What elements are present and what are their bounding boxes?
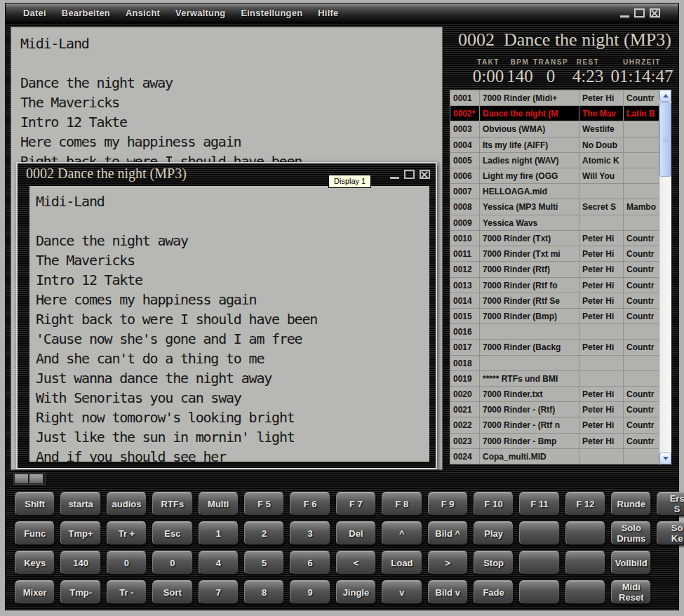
key-3[interactable]: 3 xyxy=(290,521,330,545)
table-row[interactable]: 00117000 Rinder (Txt miPeter HiCountr xyxy=(450,246,659,262)
display1-window[interactable]: 0002 Dance the night (MP3) Midi-Land Dan… xyxy=(16,162,437,469)
key-6[interactable]: 6 xyxy=(290,551,330,575)
key-play[interactable]: Play xyxy=(474,521,514,545)
menu-item-einstellungen[interactable]: Einstellungen xyxy=(233,8,310,18)
key-so-ke[interactable]: So Ke xyxy=(657,521,684,545)
key-stop[interactable]: Stop xyxy=(474,551,514,575)
scroll-up-button[interactable] xyxy=(659,90,671,102)
key-sort[interactable]: Sort xyxy=(152,580,192,604)
table-row[interactable]: 0024Copa_multi.MID xyxy=(450,449,659,464)
key-keys[interactable]: Keys xyxy=(15,551,55,575)
key-blank[interactable] xyxy=(565,580,605,604)
key-bild[interactable]: Bild ^ xyxy=(428,521,468,545)
table-row[interactable]: 00157000 Rinder (Bmp)Peter HiCountr xyxy=(450,309,659,324)
key-blank[interactable] xyxy=(519,580,559,604)
key-blank[interactable] xyxy=(519,521,559,545)
table-row[interactable]: 0018 xyxy=(450,356,659,371)
table-row[interactable]: 0003Obvious (WMA)Westlife xyxy=(450,121,659,137)
key-0[interactable]: 0 xyxy=(107,551,147,575)
key-f-11[interactable]: F 11 xyxy=(519,492,559,516)
key-blank[interactable]: ^ xyxy=(382,521,422,545)
table-row[interactable]: 0019***** RTFs und BMI xyxy=(450,371,659,387)
menu-item-ansicht[interactable]: Ansicht xyxy=(118,8,168,18)
key-tmp[interactable]: Tmp+ xyxy=(60,521,100,545)
key-5[interactable]: 5 xyxy=(244,551,284,575)
maximize-icon[interactable] xyxy=(404,170,415,179)
table-row[interactable]: 0006Light my fire (OGGWill You xyxy=(450,168,659,184)
key-vollbild[interactable]: Vollbild xyxy=(611,551,651,575)
key-f-10[interactable]: F 10 xyxy=(474,492,514,516)
key-blank[interactable]: < xyxy=(336,551,376,575)
table-row[interactable]: 00107000 Rinder (Txt)Peter HiCountr xyxy=(450,231,659,246)
key-mixer[interactable]: Mixer xyxy=(15,580,55,604)
key-0[interactable]: 0 xyxy=(152,551,192,575)
menu-item-bearbeiten[interactable]: Bearbeiten xyxy=(54,8,118,18)
key-f-5[interactable]: F 5 xyxy=(244,492,284,516)
table-row[interactable]: 0016 xyxy=(450,324,659,340)
key-del[interactable]: Del xyxy=(336,521,376,545)
table-row[interactable]: 0002*Dance the night (MThe MavLatin B xyxy=(450,106,659,121)
horizontal-scrollbar-thumb[interactable] xyxy=(29,474,43,483)
key-f-9[interactable]: F 9 xyxy=(428,492,468,516)
key-f-7[interactable]: F 7 xyxy=(336,492,376,516)
key-9[interactable]: 9 xyxy=(290,580,330,604)
key-4[interactable]: 4 xyxy=(199,551,239,575)
menu-item-datei[interactable]: Datei xyxy=(15,8,54,18)
key-blank[interactable]: > xyxy=(428,551,468,575)
key-blank[interactable] xyxy=(565,551,605,575)
close-icon[interactable] xyxy=(420,170,430,179)
table-row[interactable]: 00177000 Rinder (BackgPeter HiCountr xyxy=(450,340,659,355)
songlist-vertical-scrollbar[interactable] xyxy=(659,90,671,464)
table-row[interactable]: 00217000 Rinder - (Rtf)Peter HiCountr xyxy=(450,402,659,417)
key-140[interactable]: 140 xyxy=(60,551,100,575)
maximize-icon[interactable] xyxy=(634,8,645,18)
key-bild-v[interactable]: Bild v xyxy=(428,580,468,604)
key-multi[interactable]: Multi xyxy=(199,492,239,516)
close-icon[interactable] xyxy=(650,8,660,18)
key-8[interactable]: 8 xyxy=(244,580,284,604)
key-fade[interactable]: Fade xyxy=(474,580,514,604)
key-tr[interactable]: Tr - xyxy=(107,580,147,604)
table-row[interactable]: 00127000 Rinder (Rtf)Peter HiCountr xyxy=(450,262,659,277)
key-f-12[interactable]: F 12 xyxy=(565,492,605,516)
key-7[interactable]: 7 xyxy=(199,580,239,604)
key-func[interactable]: Func xyxy=(15,521,55,545)
table-row[interactable]: 0004Its my life (AIFF)No Doub xyxy=(450,138,659,153)
key-esc[interactable]: Esc xyxy=(152,521,192,545)
table-row[interactable]: 0008Yessica (MP3 MultiSecret SMambo xyxy=(450,199,659,215)
scrollbar-thumb[interactable] xyxy=(659,102,671,177)
key-v[interactable]: v xyxy=(382,580,422,604)
table-row[interactable]: 00147000 Rinder (Rtf SePeter HiCountr xyxy=(450,293,659,309)
table-row[interactable]: 00137000 Rinder (Rtf foPeter HiCountr xyxy=(450,278,659,293)
table-row[interactable]: 0009Yessica Wavs xyxy=(450,215,659,231)
key-shift[interactable]: Shift xyxy=(15,492,55,516)
key-midi-reset[interactable]: Midi Reset xyxy=(611,580,651,604)
table-row[interactable]: 0005Ladies night (WAV)Atomic K xyxy=(450,153,659,168)
key-1[interactable]: 1 xyxy=(199,521,239,545)
horizontal-scrollbar-thumb[interactable] xyxy=(15,474,28,483)
key-tr[interactable]: Tr + xyxy=(107,521,147,545)
horizontal-scrollbar[interactable] xyxy=(13,473,46,485)
key-2[interactable]: 2 xyxy=(244,521,284,545)
table-row[interactable]: 00017000 Rinder (Midi+Peter HiCountr xyxy=(450,91,659,106)
key-audios[interactable]: audios xyxy=(107,492,147,516)
key-jingle[interactable]: Jingle xyxy=(336,580,376,604)
key-runde[interactable]: Runde xyxy=(611,492,651,516)
menu-item-hilfe[interactable]: Hilfe xyxy=(310,8,346,18)
table-row[interactable]: 0007HELLOAGA.mid xyxy=(450,184,659,199)
table-row[interactable]: 00227000 Rinder - (Rtf nPeter HiCountr xyxy=(450,417,659,433)
minimize-icon[interactable] xyxy=(620,11,629,18)
table-row[interactable]: 00237000 Rinder - BmpPeter HiCountr xyxy=(450,434,659,449)
key-f-8[interactable]: F 8 xyxy=(382,492,422,516)
menu-item-verwaltung[interactable]: Verwaltung xyxy=(168,8,233,18)
key-f-6[interactable]: F 6 xyxy=(290,492,330,516)
minimize-icon[interactable] xyxy=(390,172,399,179)
key-blank[interactable] xyxy=(565,521,605,545)
key-solo-drums[interactable]: Solo Drums xyxy=(611,521,651,545)
key-load[interactable]: Load xyxy=(382,551,422,575)
scroll-down-button[interactable] xyxy=(659,453,671,464)
key-ers-s[interactable]: Ers S xyxy=(657,492,684,516)
key-starta[interactable]: starta xyxy=(60,492,100,516)
key-rtfs[interactable]: RTFs xyxy=(152,492,192,516)
key-tmp[interactable]: Tmp- xyxy=(60,580,100,604)
